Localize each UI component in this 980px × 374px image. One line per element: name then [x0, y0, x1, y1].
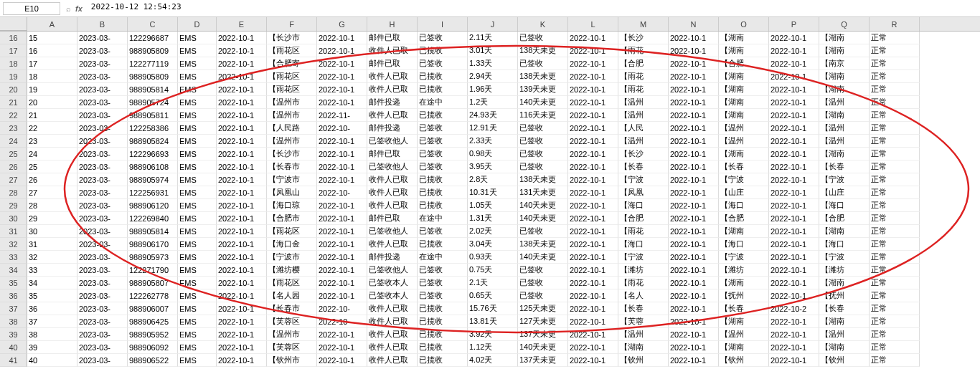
cell[interactable]: 【宁波市	[267, 251, 317, 264]
cell[interactable]: 2022-10-1	[769, 251, 819, 264]
cell[interactable]: 2022-10-1	[568, 251, 618, 264]
cell[interactable]: 122262778	[128, 289, 178, 302]
column-header-F[interactable]: F	[267, 17, 317, 31]
cell[interactable]: 收件人已取	[367, 199, 418, 212]
cell[interactable]: 已签收	[418, 122, 468, 135]
select-all-corner[interactable]	[0, 17, 27, 31]
cell[interactable]: 2.1天	[468, 277, 518, 289]
column-header-H[interactable]: H	[367, 17, 418, 31]
cell[interactable]: 0.98天	[468, 148, 518, 160]
cell[interactable]: 37	[27, 315, 77, 328]
cell[interactable]: 2022-10-1	[217, 122, 267, 135]
cell[interactable]: 988905811	[128, 109, 178, 122]
cell[interactable]: 已签收	[418, 135, 468, 148]
row-header[interactable]: 24	[0, 135, 27, 148]
cell[interactable]: 2022-10-1	[769, 109, 819, 122]
cell[interactable]: 【山庄	[719, 186, 769, 199]
cell[interactable]: 2022-10-1	[317, 251, 367, 264]
cell[interactable]: 2022-10-1	[217, 289, 267, 302]
cell[interactable]: 【温州	[719, 328, 769, 341]
cell[interactable]: 38	[27, 328, 77, 341]
cell[interactable]: 2023-03-	[77, 109, 128, 122]
cell[interactable]: 收件人已取	[367, 328, 418, 341]
cell[interactable]: 【合肥	[618, 57, 669, 70]
cell[interactable]: 138天未更	[518, 44, 568, 57]
cell[interactable]: 【凤凰山	[267, 186, 317, 199]
cell[interactable]: 1.12天	[468, 341, 518, 354]
column-header-Q[interactable]: Q	[819, 17, 870, 31]
cell[interactable]: 【长春	[618, 160, 669, 173]
cell[interactable]: 10.31天	[468, 186, 518, 199]
cell[interactable]: 正常	[870, 109, 920, 122]
cell[interactable]: 2022-10-1	[217, 354, 267, 367]
cell[interactable]: 2022-10-1	[769, 341, 819, 354]
cell[interactable]: 1.31天	[468, 212, 518, 225]
cell[interactable]: 【雨花区	[267, 83, 317, 96]
cell[interactable]: 【长春	[819, 302, 870, 315]
cell[interactable]: EMS	[178, 32, 217, 44]
cell[interactable]: 【合肥	[719, 212, 769, 225]
cell[interactable]: 【温州	[618, 96, 669, 109]
cell[interactable]: 2022-10-1	[568, 289, 618, 302]
cell[interactable]: 140天未更	[518, 199, 568, 212]
cell[interactable]: 【钦州	[719, 354, 769, 367]
cell[interactable]: 【潍坊	[819, 264, 870, 277]
cell[interactable]: 已揽收	[418, 315, 468, 328]
cell[interactable]: 1.05天	[468, 199, 518, 212]
cell[interactable]: 131天未更	[518, 186, 568, 199]
cell[interactable]: 在途中	[418, 251, 468, 264]
cell[interactable]: 988905814	[128, 83, 178, 96]
cell[interactable]: 2022-10-1	[769, 354, 819, 367]
cell[interactable]: 3.04天	[468, 238, 518, 251]
cell[interactable]: 收件人已取	[367, 354, 418, 367]
cell[interactable]: EMS	[178, 225, 217, 238]
cell[interactable]: 已签收	[418, 225, 468, 238]
cell[interactable]: 【湖南	[719, 148, 769, 160]
cell[interactable]: 邮件投递	[367, 122, 418, 135]
cell[interactable]: 【湖南	[719, 44, 769, 57]
column-header-G[interactable]: G	[317, 17, 367, 31]
cell[interactable]: 2022-10-1	[568, 302, 618, 315]
cell[interactable]: 邮件已取	[367, 32, 418, 44]
cell[interactable]: 2022-10-1	[769, 277, 819, 289]
cell[interactable]: 988906522	[128, 354, 178, 367]
cell[interactable]: 2.8天	[468, 173, 518, 186]
cell[interactable]: 【宁波	[819, 251, 870, 264]
cell[interactable]: 116天未更	[518, 109, 568, 122]
cell[interactable]: 正常	[870, 57, 920, 70]
cell[interactable]: 988905824	[128, 135, 178, 148]
cell[interactable]: 2022-10-1	[769, 225, 819, 238]
cell[interactable]: 2022-10-1	[769, 238, 819, 251]
cell[interactable]: 2022-10-1	[769, 212, 819, 225]
cell[interactable]: 已签收	[518, 277, 568, 289]
cell[interactable]: 【湖南	[719, 83, 769, 96]
cell[interactable]: 已揽收	[418, 302, 468, 315]
cell[interactable]: 2022-10-1	[317, 199, 367, 212]
cell[interactable]: 2022-10-1	[217, 302, 267, 315]
cell[interactable]: 20	[27, 96, 77, 109]
cell[interactable]: 【海口	[719, 199, 769, 212]
cell[interactable]: EMS	[178, 328, 217, 341]
row-header[interactable]: 22	[0, 109, 27, 122]
cell[interactable]: EMS	[178, 70, 217, 83]
cell[interactable]: 2022-10-1	[669, 212, 719, 225]
cell[interactable]: 【湖南	[819, 70, 870, 83]
search-icon[interactable]: ⌕	[66, 4, 71, 13]
cell[interactable]: 3.92天	[468, 328, 518, 341]
cell[interactable]: 2022-10-	[317, 302, 367, 315]
cell[interactable]: 【合肥	[618, 212, 669, 225]
cell[interactable]: 2022-10-1	[669, 70, 719, 83]
cell[interactable]: 140天未更	[518, 341, 568, 354]
cell[interactable]: 【山庄	[819, 186, 870, 199]
cell[interactable]: 2022-10-1	[669, 122, 719, 135]
cell[interactable]: 2022-10-1	[217, 109, 267, 122]
cell[interactable]: 收件人已取	[367, 341, 418, 354]
row-header[interactable]: 30	[0, 212, 27, 225]
column-header-I[interactable]: I	[418, 17, 468, 31]
cell[interactable]: 已签收	[518, 289, 568, 302]
cell[interactable]: 2022-10-1	[317, 148, 367, 160]
cell[interactable]: EMS	[178, 251, 217, 264]
cell[interactable]: 【宁波市	[267, 173, 317, 186]
cell[interactable]: 【温州	[618, 328, 669, 341]
cell[interactable]: 在途中	[418, 96, 468, 109]
